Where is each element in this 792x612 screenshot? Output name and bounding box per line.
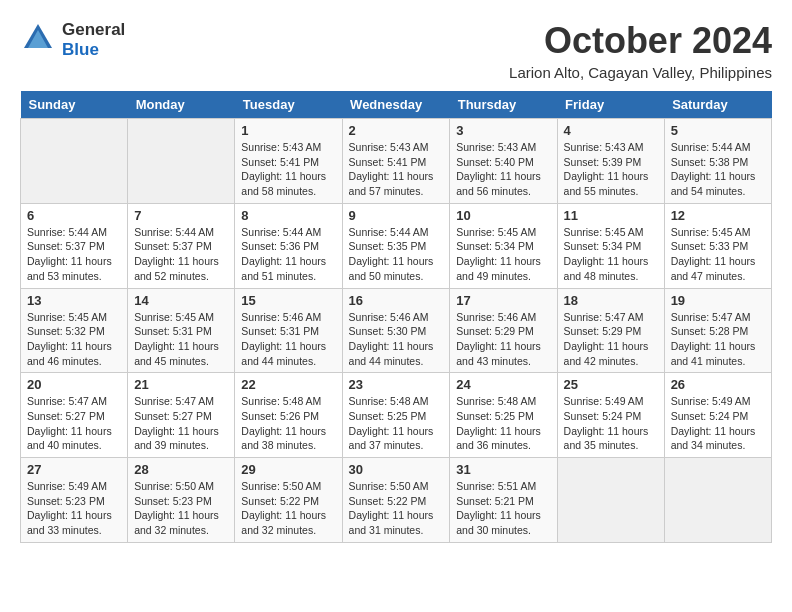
calendar-cell: 4Sunrise: 5:43 AMSunset: 5:39 PMDaylight… bbox=[557, 119, 664, 204]
day-info: Sunrise: 5:51 AMSunset: 5:21 PMDaylight:… bbox=[456, 479, 550, 538]
day-info: Sunrise: 5:48 AMSunset: 5:25 PMDaylight:… bbox=[349, 394, 444, 453]
day-number: 19 bbox=[671, 293, 765, 308]
calendar-cell: 26Sunrise: 5:49 AMSunset: 5:24 PMDayligh… bbox=[664, 373, 771, 458]
weekday-header-thursday: Thursday bbox=[450, 91, 557, 119]
day-number: 24 bbox=[456, 377, 550, 392]
calendar-cell: 21Sunrise: 5:47 AMSunset: 5:27 PMDayligh… bbox=[128, 373, 235, 458]
calendar-cell: 19Sunrise: 5:47 AMSunset: 5:28 PMDayligh… bbox=[664, 288, 771, 373]
day-number: 6 bbox=[27, 208, 121, 223]
calendar-cell: 6Sunrise: 5:44 AMSunset: 5:37 PMDaylight… bbox=[21, 203, 128, 288]
calendar-cell: 3Sunrise: 5:43 AMSunset: 5:40 PMDaylight… bbox=[450, 119, 557, 204]
day-number: 8 bbox=[241, 208, 335, 223]
day-info: Sunrise: 5:44 AMSunset: 5:36 PMDaylight:… bbox=[241, 225, 335, 284]
day-number: 9 bbox=[349, 208, 444, 223]
day-info: Sunrise: 5:49 AMSunset: 5:24 PMDaylight:… bbox=[671, 394, 765, 453]
day-number: 27 bbox=[27, 462, 121, 477]
day-number: 30 bbox=[349, 462, 444, 477]
day-info: Sunrise: 5:43 AMSunset: 5:41 PMDaylight:… bbox=[241, 140, 335, 199]
calendar-cell: 23Sunrise: 5:48 AMSunset: 5:25 PMDayligh… bbox=[342, 373, 450, 458]
logo-general: General bbox=[62, 20, 125, 40]
day-number: 17 bbox=[456, 293, 550, 308]
calendar-table: SundayMondayTuesdayWednesdayThursdayFrid… bbox=[20, 91, 772, 543]
calendar-cell: 2Sunrise: 5:43 AMSunset: 5:41 PMDaylight… bbox=[342, 119, 450, 204]
day-info: Sunrise: 5:48 AMSunset: 5:26 PMDaylight:… bbox=[241, 394, 335, 453]
day-info: Sunrise: 5:48 AMSunset: 5:25 PMDaylight:… bbox=[456, 394, 550, 453]
day-number: 16 bbox=[349, 293, 444, 308]
day-number: 12 bbox=[671, 208, 765, 223]
day-number: 15 bbox=[241, 293, 335, 308]
day-info: Sunrise: 5:47 AMSunset: 5:27 PMDaylight:… bbox=[134, 394, 228, 453]
day-info: Sunrise: 5:43 AMSunset: 5:40 PMDaylight:… bbox=[456, 140, 550, 199]
calendar-cell: 10Sunrise: 5:45 AMSunset: 5:34 PMDayligh… bbox=[450, 203, 557, 288]
day-info: Sunrise: 5:47 AMSunset: 5:27 PMDaylight:… bbox=[27, 394, 121, 453]
calendar-cell: 17Sunrise: 5:46 AMSunset: 5:29 PMDayligh… bbox=[450, 288, 557, 373]
day-number: 1 bbox=[241, 123, 335, 138]
calendar-cell: 18Sunrise: 5:47 AMSunset: 5:29 PMDayligh… bbox=[557, 288, 664, 373]
weekday-header-friday: Friday bbox=[557, 91, 664, 119]
calendar-cell: 8Sunrise: 5:44 AMSunset: 5:36 PMDaylight… bbox=[235, 203, 342, 288]
day-number: 20 bbox=[27, 377, 121, 392]
day-info: Sunrise: 5:49 AMSunset: 5:24 PMDaylight:… bbox=[564, 394, 658, 453]
title-section: October 2024 Larion Alto, Cagayan Valley… bbox=[509, 20, 772, 81]
day-number: 29 bbox=[241, 462, 335, 477]
calendar-cell: 29Sunrise: 5:50 AMSunset: 5:22 PMDayligh… bbox=[235, 458, 342, 543]
day-info: Sunrise: 5:44 AMSunset: 5:38 PMDaylight:… bbox=[671, 140, 765, 199]
day-info: Sunrise: 5:45 AMSunset: 5:34 PMDaylight:… bbox=[456, 225, 550, 284]
day-number: 28 bbox=[134, 462, 228, 477]
weekday-header-monday: Monday bbox=[128, 91, 235, 119]
day-number: 21 bbox=[134, 377, 228, 392]
day-info: Sunrise: 5:45 AMSunset: 5:34 PMDaylight:… bbox=[564, 225, 658, 284]
day-info: Sunrise: 5:47 AMSunset: 5:28 PMDaylight:… bbox=[671, 310, 765, 369]
logo: General Blue bbox=[20, 20, 125, 61]
day-info: Sunrise: 5:50 AMSunset: 5:23 PMDaylight:… bbox=[134, 479, 228, 538]
day-info: Sunrise: 5:45 AMSunset: 5:33 PMDaylight:… bbox=[671, 225, 765, 284]
day-number: 3 bbox=[456, 123, 550, 138]
day-info: Sunrise: 5:44 AMSunset: 5:37 PMDaylight:… bbox=[134, 225, 228, 284]
calendar-cell: 16Sunrise: 5:46 AMSunset: 5:30 PMDayligh… bbox=[342, 288, 450, 373]
calendar-cell: 13Sunrise: 5:45 AMSunset: 5:32 PMDayligh… bbox=[21, 288, 128, 373]
weekday-header-sunday: Sunday bbox=[21, 91, 128, 119]
day-number: 4 bbox=[564, 123, 658, 138]
calendar-cell: 27Sunrise: 5:49 AMSunset: 5:23 PMDayligh… bbox=[21, 458, 128, 543]
calendar-cell bbox=[21, 119, 128, 204]
day-info: Sunrise: 5:46 AMSunset: 5:31 PMDaylight:… bbox=[241, 310, 335, 369]
day-info: Sunrise: 5:47 AMSunset: 5:29 PMDaylight:… bbox=[564, 310, 658, 369]
day-number: 13 bbox=[27, 293, 121, 308]
day-number: 14 bbox=[134, 293, 228, 308]
day-number: 23 bbox=[349, 377, 444, 392]
logo-blue: Blue bbox=[62, 40, 125, 60]
day-number: 10 bbox=[456, 208, 550, 223]
calendar-cell: 11Sunrise: 5:45 AMSunset: 5:34 PMDayligh… bbox=[557, 203, 664, 288]
day-info: Sunrise: 5:44 AMSunset: 5:35 PMDaylight:… bbox=[349, 225, 444, 284]
day-info: Sunrise: 5:45 AMSunset: 5:31 PMDaylight:… bbox=[134, 310, 228, 369]
day-info: Sunrise: 5:46 AMSunset: 5:29 PMDaylight:… bbox=[456, 310, 550, 369]
day-number: 7 bbox=[134, 208, 228, 223]
weekday-header-saturday: Saturday bbox=[664, 91, 771, 119]
day-number: 22 bbox=[241, 377, 335, 392]
calendar-cell: 30Sunrise: 5:50 AMSunset: 5:22 PMDayligh… bbox=[342, 458, 450, 543]
day-info: Sunrise: 5:45 AMSunset: 5:32 PMDaylight:… bbox=[27, 310, 121, 369]
day-number: 18 bbox=[564, 293, 658, 308]
day-info: Sunrise: 5:46 AMSunset: 5:30 PMDaylight:… bbox=[349, 310, 444, 369]
calendar-cell: 20Sunrise: 5:47 AMSunset: 5:27 PMDayligh… bbox=[21, 373, 128, 458]
location-subtitle: Larion Alto, Cagayan Valley, Philippines bbox=[509, 64, 772, 81]
calendar-cell: 28Sunrise: 5:50 AMSunset: 5:23 PMDayligh… bbox=[128, 458, 235, 543]
day-number: 26 bbox=[671, 377, 765, 392]
calendar-cell: 25Sunrise: 5:49 AMSunset: 5:24 PMDayligh… bbox=[557, 373, 664, 458]
calendar-cell bbox=[664, 458, 771, 543]
calendar-cell bbox=[557, 458, 664, 543]
calendar-cell: 9Sunrise: 5:44 AMSunset: 5:35 PMDaylight… bbox=[342, 203, 450, 288]
month-title: October 2024 bbox=[509, 20, 772, 62]
calendar-cell: 7Sunrise: 5:44 AMSunset: 5:37 PMDaylight… bbox=[128, 203, 235, 288]
calendar-cell: 22Sunrise: 5:48 AMSunset: 5:26 PMDayligh… bbox=[235, 373, 342, 458]
day-number: 11 bbox=[564, 208, 658, 223]
calendar-cell: 31Sunrise: 5:51 AMSunset: 5:21 PMDayligh… bbox=[450, 458, 557, 543]
day-number: 31 bbox=[456, 462, 550, 477]
day-info: Sunrise: 5:50 AMSunset: 5:22 PMDaylight:… bbox=[241, 479, 335, 538]
weekday-header-tuesday: Tuesday bbox=[235, 91, 342, 119]
calendar-cell: 1Sunrise: 5:43 AMSunset: 5:41 PMDaylight… bbox=[235, 119, 342, 204]
calendar-cell: 14Sunrise: 5:45 AMSunset: 5:31 PMDayligh… bbox=[128, 288, 235, 373]
logo-icon bbox=[20, 20, 56, 56]
calendar-cell: 24Sunrise: 5:48 AMSunset: 5:25 PMDayligh… bbox=[450, 373, 557, 458]
calendar-cell: 5Sunrise: 5:44 AMSunset: 5:38 PMDaylight… bbox=[664, 119, 771, 204]
